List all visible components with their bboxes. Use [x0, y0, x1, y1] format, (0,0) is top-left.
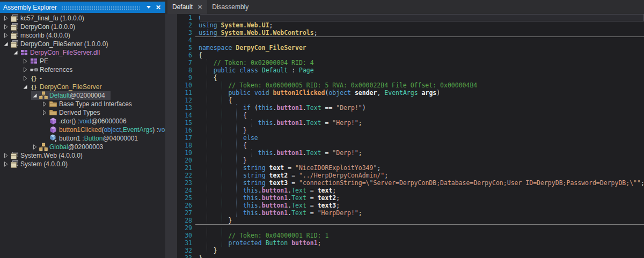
- tree-item[interactable]: Global @02000003: [0, 143, 165, 151]
- tree-item-label: System.Web (4.0.0.0): [20, 152, 83, 159]
- code-line: 24 this.button1.Text = text;: [177, 187, 644, 194]
- editor-pane: Default✕Disassembly 1using System;2using…: [165, 0, 644, 258]
- code-line-text: string text3 = "connectionString=\"Serve…: [199, 179, 644, 187]
- code-line-text: // Token: 0x04000001 RID: 1: [199, 232, 328, 239]
- tree-item[interactable]: button1 : Button @04000001: [0, 134, 165, 143]
- code-line-text: this.button1.Text = "HerpDerp!";: [199, 209, 362, 217]
- expander-icon[interactable]: [21, 75, 29, 82]
- tree-item-label: void: [79, 117, 91, 125]
- expander-icon[interactable]: [2, 152, 10, 159]
- tree-item-label: PE: [40, 57, 48, 65]
- assembly-icon: [10, 14, 19, 23]
- code-line: 20 }: [177, 157, 644, 164]
- code-line-text: {: [199, 112, 247, 119]
- expander-icon[interactable]: [31, 143, 39, 151]
- tree-item[interactable]: System.Web (4.0.0.0): [0, 151, 165, 160]
- method-icon: [48, 126, 57, 134]
- code-line-text: this.button1.Text = "Herp!";: [199, 119, 362, 127]
- line-number: 29: [177, 224, 199, 232]
- line-number: 30: [177, 232, 199, 239]
- tree-item[interactable]: { }DerpyCon_FileServer: [0, 83, 165, 91]
- expander-icon[interactable]: [21, 57, 29, 65]
- expander-icon[interactable]: [12, 49, 19, 56]
- tree-item-label: Default: [49, 92, 70, 99]
- tree-item[interactable]: Base Type and Interfaces: [0, 100, 165, 108]
- tree-item-label: @04000001: [103, 135, 138, 142]
- tree-item[interactable]: References: [0, 65, 165, 74]
- indent-guide: [207, 59, 207, 254]
- tree-item[interactable]: { }-: [0, 74, 165, 83]
- expander-icon[interactable]: [2, 160, 10, 168]
- line-number: 7: [177, 59, 199, 67]
- code-line: 29: [177, 224, 644, 232]
- tree-item[interactable]: DerpyCon_FileServer.dll: [0, 48, 165, 57]
- expander-icon[interactable]: [41, 100, 48, 108]
- line-number: 14: [177, 112, 199, 119]
- code-line-text: }: [199, 254, 202, 258]
- line-number: 6: [177, 51, 199, 59]
- close-icon: ✕: [156, 4, 161, 11]
- tree-item[interactable]: PE: [0, 57, 165, 65]
- tree-item-label: Global: [49, 143, 68, 151]
- tab-default[interactable]: Default✕: [167, 0, 207, 14]
- line-number: 12: [177, 97, 199, 104]
- line-number: 24: [177, 187, 199, 194]
- code-line-text: // Token: 0x06000005 RID: 5 RVA: 0x00002…: [199, 82, 477, 89]
- glyph-margin[interactable]: [165, 14, 177, 258]
- folder-icon: [48, 100, 57, 108]
- tree-item-label: DerpyCon_FileServer: [40, 83, 101, 91]
- tree-item-label: object: [104, 126, 121, 134]
- line-number: 27: [177, 209, 199, 217]
- chevron-down-icon: [147, 6, 151, 9]
- line-number: 4: [177, 36, 199, 44]
- expander-icon[interactable]: [41, 109, 48, 116]
- tree-item-label: DerpyCon (1.0.0.0): [20, 23, 75, 31]
- tab-disassembly[interactable]: Disassembly: [207, 0, 253, 14]
- tree-item[interactable]: kc57_final_fu (1.0.0.0): [0, 14, 165, 23]
- code-editor[interactable]: 1using System;2using System.Web.UI;3usin…: [165, 14, 644, 258]
- tree-item[interactable]: button1Clicked(object, EventArgs) : void: [0, 126, 165, 134]
- expander-spacer: [41, 117, 48, 125]
- line-number: 18: [177, 142, 199, 149]
- line-number: 25: [177, 194, 199, 202]
- expander-icon[interactable]: [2, 14, 10, 22]
- expander-icon[interactable]: [2, 23, 10, 31]
- line-number: 19: [177, 149, 199, 157]
- line-number: 22: [177, 172, 199, 179]
- dnspy-window: Assembly Explorer ✕ kc57_final_fu (1.0.0…: [0, 0, 644, 258]
- panel-close-button[interactable]: ✕: [153, 3, 163, 12]
- expander-icon[interactable]: [2, 40, 10, 48]
- expander-icon[interactable]: [2, 32, 10, 39]
- tree-item[interactable]: .ctor() : void @06000006: [0, 117, 165, 126]
- indent-guide: [222, 82, 222, 247]
- code-line-text: this.button1.Text = text2;: [199, 194, 340, 202]
- tree-item[interactable]: Derived Types: [0, 108, 165, 117]
- code-line: 30 // Token: 0x04000001 RID: 1: [177, 232, 644, 239]
- method-icon: [48, 117, 57, 126]
- assembly-explorer-panel: Assembly Explorer ✕ kc57_final_fu (1.0.0…: [0, 0, 165, 258]
- code-line: 33}: [177, 254, 644, 258]
- folder-icon: [48, 108, 57, 117]
- expander-icon[interactable]: [31, 92, 39, 99]
- code-view[interactable]: 1using System;2using System.Web.UI;3usin…: [177, 14, 644, 258]
- code-line: 15 this.button1.Text = "Herp!";: [177, 119, 644, 127]
- tree-item[interactable]: DerpyCon (1.0.0.0): [0, 23, 165, 31]
- code-line: 10 // Token: 0x06000005 RID: 5 RVA: 0x00…: [177, 82, 644, 89]
- assembly-tree[interactable]: kc57_final_fu (1.0.0.0)DerpyCon (1.0.0.0…: [0, 13, 165, 257]
- assembly-explorer-titlebar[interactable]: Assembly Explorer ✕: [0, 2, 165, 13]
- tree-item[interactable]: mscorlib (4.0.0.0): [0, 31, 165, 40]
- tree-item[interactable]: Default @02000004: [0, 91, 165, 100]
- tree-item[interactable]: System (4.0.0.0): [0, 160, 165, 168]
- assembly-icon: [10, 160, 19, 168]
- expander-icon[interactable]: [21, 66, 29, 73]
- tab-close-icon[interactable]: ✕: [197, 4, 202, 11]
- tree-item[interactable]: DerpyCon_FileServer (1.0.0.0): [0, 40, 165, 48]
- line-number: 8: [177, 67, 199, 74]
- line-number: 15: [177, 119, 199, 127]
- field-icon: [48, 134, 57, 143]
- module-icon: [19, 48, 28, 57]
- line-number: 16: [177, 127, 199, 134]
- tree-item-label: EventArgs: [123, 126, 152, 134]
- panel-menu-button[interactable]: [144, 3, 153, 12]
- expander-icon[interactable]: [21, 83, 29, 91]
